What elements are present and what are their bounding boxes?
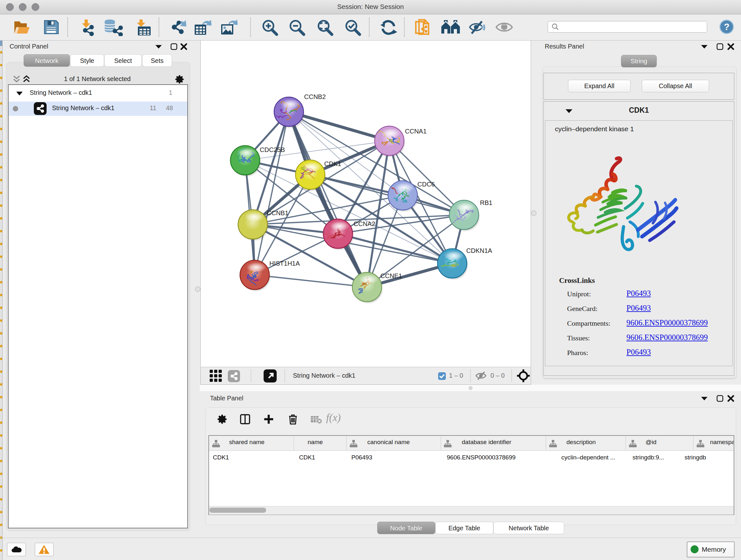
svg-text:CCNA2: CCNA2 bbox=[354, 220, 375, 227]
svg-text:CCNE1: CCNE1 bbox=[381, 272, 402, 279]
svg-text:CDKN1A: CDKN1A bbox=[466, 247, 492, 254]
svg-text:CCNB1: CCNB1 bbox=[267, 209, 288, 216]
svg-text:CDC25B: CDC25B bbox=[260, 146, 285, 153]
svg-text:CDC6: CDC6 bbox=[417, 181, 434, 188]
svg-text:CDK1: CDK1 bbox=[324, 160, 341, 167]
svg-text:?: ? bbox=[724, 22, 730, 32]
svg-text:CCNB2: CCNB2 bbox=[304, 93, 326, 100]
svg-text:HIST1H1A: HIST1H1A bbox=[269, 260, 300, 267]
svg-text:RB1: RB1 bbox=[480, 199, 492, 206]
svg-text:CCNA1: CCNA1 bbox=[405, 128, 427, 135]
